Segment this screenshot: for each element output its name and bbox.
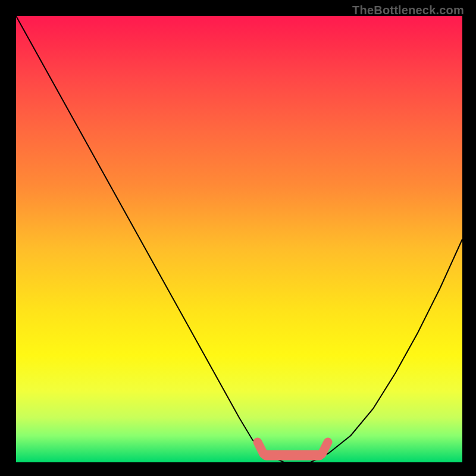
plot-area	[16, 16, 462, 462]
left-tick	[258, 442, 264, 454]
chart-frame: TheBottleneck.com	[0, 0, 476, 476]
curve-path	[16, 16, 462, 462]
right-tick	[322, 442, 328, 454]
watermark-text: TheBottleneck.com	[352, 4, 464, 17]
bottleneck-curve	[16, 16, 462, 462]
